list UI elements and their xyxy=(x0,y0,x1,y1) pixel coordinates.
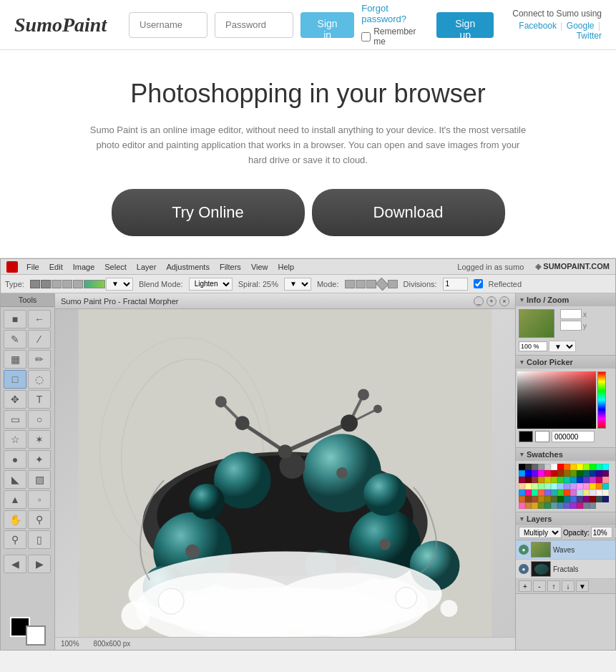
swatch[interactable] xyxy=(570,490,577,496)
swatch[interactable] xyxy=(544,470,551,477)
mode-btn-5[interactable] xyxy=(388,280,398,288)
tool-polygon[interactable]: ☆ xyxy=(4,430,26,449)
tool-pencil[interactable]: ✎ xyxy=(4,330,26,349)
opacity-input[interactable] xyxy=(591,527,612,538)
swatch[interactable] xyxy=(544,477,551,483)
gradient-select[interactable]: ▼ xyxy=(106,278,133,291)
try-online-button[interactable]: Try Online xyxy=(112,189,305,236)
swatch[interactable] xyxy=(577,490,583,496)
swatch[interactable] xyxy=(538,496,544,502)
delete-layer-button[interactable]: - xyxy=(533,580,546,592)
menu-adjustments[interactable]: Adjustments xyxy=(162,262,214,272)
swatch[interactable] xyxy=(583,496,590,502)
swatch[interactable] xyxy=(564,464,570,470)
signin-button[interactable]: Sign in xyxy=(300,12,354,38)
zoom-pct-input[interactable] xyxy=(519,341,547,351)
swatch[interactable] xyxy=(525,483,532,490)
swatch[interactable] xyxy=(532,502,538,509)
swatch[interactable] xyxy=(557,477,564,483)
swatch[interactable] xyxy=(532,464,538,470)
swatch[interactable] xyxy=(544,483,551,490)
tool-freeform[interactable]: ✶ xyxy=(28,430,51,449)
x-input[interactable] xyxy=(560,309,582,319)
swatch[interactable] xyxy=(596,490,602,496)
tool-zoom[interactable]: ⚲ xyxy=(28,510,51,529)
swatch[interactable] xyxy=(590,496,596,502)
swatch[interactable] xyxy=(602,496,609,502)
swatch[interactable] xyxy=(544,496,551,502)
swatch[interactable] xyxy=(570,470,577,477)
info-zoom-header[interactable]: ▾ Info / Zoom xyxy=(516,293,615,306)
swatches-header[interactable]: ▾ Swatches xyxy=(516,448,615,461)
swatch[interactable] xyxy=(519,490,525,496)
menu-edit[interactable]: Edit xyxy=(45,262,67,272)
password-input[interactable] xyxy=(215,12,293,38)
swatch[interactable] xyxy=(583,477,590,483)
swatch[interactable] xyxy=(577,470,583,477)
swatch[interactable] xyxy=(551,496,557,502)
swatch[interactable] xyxy=(519,470,525,477)
layers-header[interactable]: ▾ Layers xyxy=(516,512,615,525)
tool-wand[interactable]: ● xyxy=(4,450,26,469)
swatch[interactable] xyxy=(557,496,564,502)
swatch[interactable] xyxy=(519,483,525,490)
swatch[interactable] xyxy=(570,464,577,470)
swatch[interactable] xyxy=(551,483,557,490)
spiral-select[interactable]: ▼ xyxy=(284,278,311,291)
menu-select[interactable]: Select xyxy=(100,262,131,272)
swatch[interactable] xyxy=(525,464,532,470)
swatch[interactable] xyxy=(570,496,577,502)
twitter-link[interactable]: Twitter xyxy=(577,31,602,41)
add-layer-button[interactable]: + xyxy=(519,580,532,592)
mode-btn-1[interactable] xyxy=(345,280,355,288)
tool-arrow-left[interactable]: ◀ xyxy=(4,555,26,573)
swatch[interactable] xyxy=(544,490,551,496)
canvas-maximize[interactable]: + xyxy=(487,296,497,306)
mode-btn-2[interactable] xyxy=(356,280,366,288)
swatch[interactable] xyxy=(583,502,590,509)
swatch[interactable] xyxy=(596,464,602,470)
tool-lasso[interactable]: ◌ xyxy=(28,370,51,389)
fg-color-swatch[interactable] xyxy=(519,431,533,442)
swatch[interactable] xyxy=(544,502,551,509)
layer-item-fractals[interactable]: ● Fractals xyxy=(516,560,615,579)
bg-color-swatch[interactable] xyxy=(535,431,549,442)
swatch[interactable] xyxy=(525,490,532,496)
download-button[interactable]: Download xyxy=(312,189,505,236)
swatch[interactable] xyxy=(570,483,577,490)
fg-bg-colors[interactable] xyxy=(10,617,46,646)
menu-layer[interactable]: Layer xyxy=(132,262,161,272)
mode-btn-4[interactable] xyxy=(375,278,388,291)
swatch[interactable] xyxy=(602,483,609,490)
tool-hand[interactable]: ✋ xyxy=(4,510,26,529)
reflected-checkbox[interactable] xyxy=(474,279,483,288)
signup-button[interactable]: Sign up xyxy=(436,12,493,38)
tool-clone[interactable]: ▧ xyxy=(28,470,51,489)
tool-transform[interactable]: ✦ xyxy=(28,450,51,469)
layer-visibility-waves[interactable]: ● xyxy=(519,545,529,555)
tool-line[interactable]: ∕ xyxy=(28,330,51,349)
brush-type-5[interactable] xyxy=(73,280,83,288)
swatch[interactable] xyxy=(532,490,538,496)
color-spectrum[interactable] xyxy=(597,371,606,429)
swatch[interactable] xyxy=(538,464,544,470)
swatch[interactable] xyxy=(519,464,525,470)
tool-fill[interactable]: ◣ xyxy=(4,470,26,489)
swatch[interactable] xyxy=(525,477,532,483)
swatch[interactable] xyxy=(596,470,602,477)
zoom-pct-select[interactable]: ▼ xyxy=(549,341,576,352)
canvas-close[interactable]: × xyxy=(499,296,509,306)
swatch[interactable] xyxy=(525,470,532,477)
layer-options-button[interactable]: ▼ xyxy=(576,580,589,592)
swatch[interactable] xyxy=(519,477,525,483)
swatch[interactable] xyxy=(564,490,570,496)
menu-file[interactable]: File xyxy=(22,262,44,272)
swatch[interactable] xyxy=(583,490,590,496)
swatch[interactable] xyxy=(577,477,583,483)
swatch[interactable] xyxy=(551,464,557,470)
move-layer-up-button[interactable]: ↑ xyxy=(547,580,560,592)
username-input[interactable] xyxy=(129,12,207,38)
swatch[interactable] xyxy=(532,483,538,490)
swatch[interactable] xyxy=(570,502,577,509)
tool-gradient[interactable]: ▲ xyxy=(4,490,26,509)
